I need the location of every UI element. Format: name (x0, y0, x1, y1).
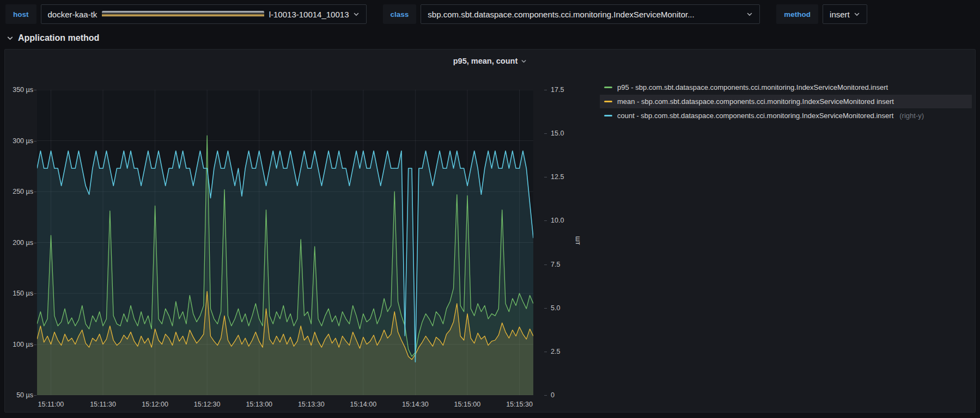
axis-tick-mark (34, 293, 36, 294)
right-axis-tick: 7.5 (551, 260, 560, 269)
chart-legend: p95 - sbp.com.sbt.dataspace.components.c… (600, 81, 972, 122)
axis-tick-mark (544, 220, 547, 221)
host-variable-dropdown[interactable]: docker-kaa-tk l-10013-10014_10013 (41, 4, 367, 24)
x-axis-tick: 15:12:00 (133, 400, 177, 409)
method-value: insert (830, 10, 850, 19)
class-value: sbp.com.sbt.dataspace.components.cci.mon… (428, 10, 742, 19)
right-axis-tick: 5.0 (551, 304, 560, 312)
axis-tick-mark (34, 141, 36, 142)
class-variable-dropdown[interactable]: sbp.com.sbt.dataspace.components.cci.mon… (421, 4, 760, 24)
left-axis-tick: 150 µs (5, 289, 33, 298)
chevron-down-icon (353, 11, 360, 17)
grafana-dashboard: host docker-kaa-tk l-10013-10014_10013 c… (0, 0, 980, 418)
section-title: Application method (18, 33, 99, 43)
variables-toolbar: host docker-kaa-tk l-10013-10014_10013 c… (0, 0, 980, 28)
x-axis-tick: 15:11:00 (29, 400, 72, 409)
right-axis-tick: 2.5 (551, 347, 560, 356)
timeseries-plot[interactable] (37, 90, 533, 395)
axis-tick-mark (544, 90, 547, 90)
row-application-method[interactable]: Application method (0, 28, 106, 47)
variable-class: class sbp.com.sbt.dataspace.components.c… (383, 4, 760, 24)
host-value-suffix: l-10013-10014_10013 (269, 10, 349, 19)
x-axis-tick: 15:15:00 (446, 400, 489, 409)
variable-host: host docker-kaa-tk l-10013-10014_10013 (5, 4, 367, 24)
host-value-prefix: docker-kaa-tk (48, 10, 98, 19)
legend-suffix: (right-y) (899, 112, 924, 120)
x-axis-tick: 15:12:30 (185, 400, 229, 409)
class-variable-label: class (383, 4, 417, 24)
axis-tick-mark (34, 395, 36, 396)
legend-label: mean - sbp.com.sbt.dataspace.components.… (617, 97, 894, 106)
axis-tick-mark (544, 133, 547, 134)
method-variable-label: method (776, 4, 818, 24)
right-axis-unit-label: шт (574, 236, 582, 245)
x-axis-tick: 15:13:30 (289, 400, 333, 409)
axis-tick-mark (34, 345, 36, 345)
legend-item-mean[interactable]: mean - sbp.com.sbt.dataspace.components.… (600, 95, 972, 108)
right-axis-tick: 12.5 (551, 173, 564, 181)
axis-tick-mark (544, 352, 547, 352)
p95-series-color-dash (604, 87, 612, 88)
left-axis-tick: 200 µs (5, 238, 33, 247)
left-axis-tick: 50 µs (5, 391, 33, 399)
right-axis-tick: 10.0 (551, 216, 564, 225)
axis-tick-mark (544, 265, 547, 265)
panel-p95-mean-count: p95, mean, count 350 µs300 µs250 µs200 µ… (4, 49, 976, 413)
redaction-scribble (102, 11, 264, 17)
right-axis-tick: 15.0 (551, 129, 564, 138)
chevron-down-icon (854, 11, 860, 17)
x-axis-tick: 15:15:30 (498, 400, 541, 409)
x-axis-tick: 15:14:00 (342, 400, 385, 409)
axis-tick-mark (34, 192, 36, 192)
axis-tick-mark (34, 90, 36, 90)
axis-tick-mark (544, 395, 547, 396)
variable-method: method insert (776, 4, 867, 24)
axis-tick-mark (34, 243, 36, 243)
axis-tick-mark (544, 308, 547, 309)
right-axis-tick: 17.5 (551, 85, 564, 94)
legend-label: p95 - sbp.com.sbt.dataspace.components.c… (617, 83, 888, 91)
chevron-down-icon (746, 11, 753, 17)
method-variable-dropdown[interactable]: insert (823, 4, 867, 24)
host-variable-label: host (5, 4, 36, 24)
left-axis-tick: 350 µs (5, 85, 33, 94)
x-axis-tick: 15:13:00 (238, 400, 281, 409)
count-area (37, 151, 533, 395)
legend-item-p95[interactable]: p95 - sbp.com.sbt.dataspace.components.c… (600, 81, 972, 94)
mean-series-color-dash (604, 101, 612, 102)
axis-tick-mark (544, 177, 547, 177)
chevron-down-icon (7, 35, 14, 42)
left-axis-tick: 250 µs (5, 187, 33, 196)
x-axis-tick: 15:14:30 (393, 400, 437, 409)
left-axis-tick: 100 µs (5, 340, 33, 349)
left-axis-tick: 300 µs (5, 137, 33, 145)
right-axis-tick: 0 (551, 391, 555, 399)
count-series-color-dash (604, 115, 612, 116)
x-axis-tick: 15:11:30 (81, 400, 125, 409)
legend-item-count[interactable]: count - sbp.com.sbt.dataspace.components… (600, 109, 972, 122)
legend-label: count - sbp.com.sbt.dataspace.components… (617, 112, 893, 120)
